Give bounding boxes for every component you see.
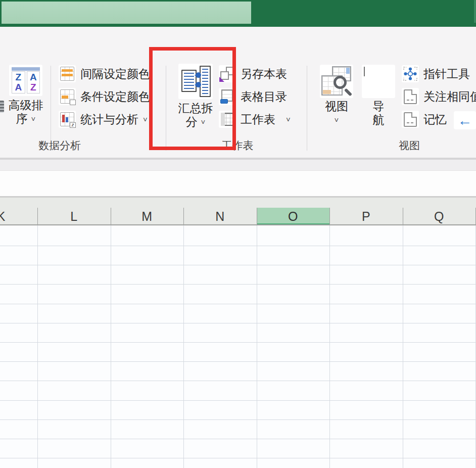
grid-line-horizontal — [0, 284, 476, 285]
column-header-divider — [183, 208, 184, 225]
back-arrow-button[interactable]: ← — [454, 111, 476, 129]
column-header-divider — [111, 208, 111, 225]
worksheet-label: 工作表 — [241, 112, 275, 127]
interval-color-icon — [59, 65, 76, 82]
stats-z-badge: z — [70, 122, 76, 128]
chevron-down-icon: ˅ — [286, 115, 291, 124]
sort-letter: A — [15, 82, 22, 92]
view-magnifier-icon — [320, 65, 353, 98]
memory-button[interactable]: 记忆 — [402, 110, 447, 128]
table-toc-label: 表格目录 — [241, 89, 287, 105]
interval-color-label: 间隔设定颜色 — [80, 66, 150, 82]
pointer-tool-icon — [402, 65, 419, 82]
grid-line-horizontal — [0, 361, 476, 362]
formula-bar-strip — [0, 160, 476, 171]
sort-column-left: Z A — [12, 71, 25, 93]
group-label-data-analysis: 数据分析 — [19, 138, 100, 153]
grid-line-vertical — [403, 225, 403, 468]
sort-letter: Z — [15, 72, 21, 82]
memory-icon — [402, 111, 419, 128]
grid-line-horizontal — [0, 458, 476, 458]
grid-line-horizontal — [0, 342, 476, 343]
grid-line-horizontal — [0, 419, 476, 420]
title-bar-right-sliver — [474, 0, 476, 23]
condition-color-button[interactable]: 条件设定颜色 — [59, 87, 150, 106]
sort-column-right: A Z — [27, 71, 40, 93]
title-bar-highlight — [2, 2, 251, 24]
condition-color-icon — [59, 88, 76, 105]
column-header-row: KLMNOPQ — [0, 197, 476, 224]
follow-same-value-label: 关注相同值 — [423, 89, 476, 105]
interval-color-button[interactable]: 间隔设定颜色 — [59, 65, 150, 83]
view-button[interactable]: 视图 ˅ — [317, 65, 356, 127]
grid-line-horizontal — [0, 304, 476, 304]
column-header-K[interactable]: K — [0, 208, 37, 225]
annotation-red-rectangle — [149, 47, 236, 150]
sheet-grid[interactable] — [0, 225, 476, 468]
back-arrow-icon: ← — [458, 113, 472, 128]
memory-label: 记忆 — [423, 112, 447, 127]
spreadsheet-window: Z A A Z 高级排 序 ˅ 间隔设定颜色 条件设定颜色 z 统计与分析 ˅ … — [0, 0, 476, 468]
grid-line-horizontal — [0, 246, 476, 246]
grid-line-horizontal — [0, 323, 476, 323]
column-header-divider — [329, 208, 330, 225]
chevron-down-icon: ˅ — [335, 113, 339, 127]
navigation-table-icon — [362, 65, 395, 98]
column-header-L[interactable]: L — [37, 208, 111, 225]
navigation-label-2: 航 — [373, 113, 385, 127]
advanced-sort-label: 高级排 — [9, 99, 43, 112]
advanced-sort-button[interactable]: Z A A Z 高级排 序 ˅ — [2, 65, 50, 126]
sort-letter: Z — [30, 82, 36, 92]
column-header-P[interactable]: P — [329, 208, 403, 225]
advanced-sort-label-2: 序 — [16, 112, 28, 126]
sort-letter: A — [30, 72, 37, 82]
stats-analysis-button[interactable]: z 统计与分析 ˅ — [59, 110, 148, 128]
follow-same-value-button[interactable]: 关注相同值 — [402, 87, 476, 106]
group-label-view: 视图 — [369, 138, 450, 153]
grid-line-vertical — [183, 225, 184, 468]
grid-line-horizontal — [0, 381, 476, 381]
grid-line-vertical — [37, 225, 38, 468]
grid-line-horizontal — [0, 265, 476, 265]
sort-za-az-icon: Z A A Z — [9, 65, 42, 96]
column-header-Q[interactable]: Q — [403, 208, 476, 225]
grid-line-vertical — [111, 225, 111, 468]
ribbon-separator — [51, 66, 51, 151]
navigation-label: 导 — [373, 100, 385, 113]
view-label: 视图 — [325, 100, 348, 113]
ribbon-separator — [307, 66, 307, 151]
pointer-tool-button[interactable]: 指针工具 — [402, 65, 470, 83]
condition-color-label: 条件设定颜色 — [80, 89, 150, 105]
chevron-down-icon: ˅ — [31, 112, 36, 126]
column-header-divider — [257, 208, 257, 225]
navigation-button[interactable]: 导 航 — [359, 65, 398, 127]
stats-analysis-label: 统计与分析 — [80, 112, 138, 127]
stats-analysis-icon: z — [59, 111, 76, 128]
column-header-M[interactable]: M — [111, 208, 184, 225]
column-header-O[interactable]: O — [257, 208, 330, 225]
column-header-divider — [403, 208, 403, 225]
column-header-N[interactable]: N — [183, 208, 257, 225]
follow-same-value-icon — [402, 88, 419, 105]
title-bar — [0, 0, 476, 27]
formula-bar[interactable] — [0, 171, 476, 197]
pointer-tool-label: 指针工具 — [423, 66, 470, 82]
grid-line-horizontal — [0, 439, 476, 439]
grid-line-horizontal — [0, 400, 476, 401]
save-as-sheet-label: 另存本表 — [241, 66, 287, 82]
grid-line-vertical — [329, 225, 330, 468]
chevron-down-icon: ˅ — [143, 115, 148, 124]
column-header-divider — [37, 208, 38, 225]
grid-line-vertical — [257, 225, 257, 468]
